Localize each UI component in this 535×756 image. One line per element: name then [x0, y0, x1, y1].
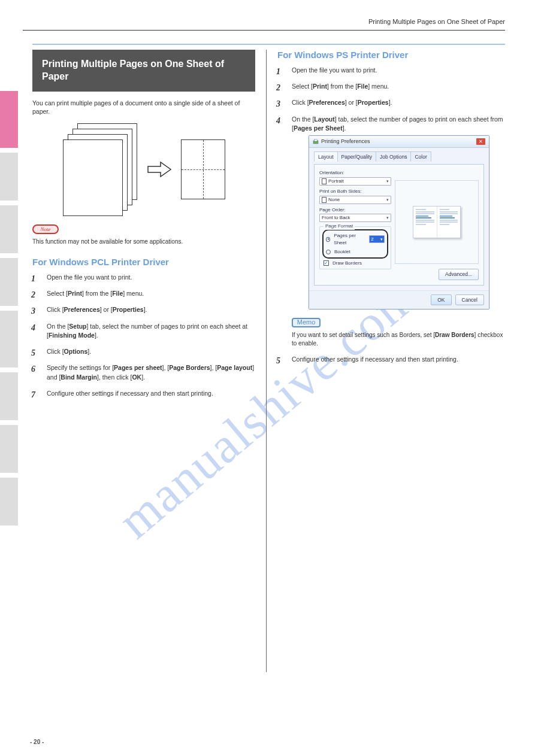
right-column: For Windows PS Printer Driver Open the f…	[277, 50, 505, 672]
tab-paper-quality[interactable]: Paper/Quality	[337, 151, 377, 162]
memo-text: If you want to set detail settings such …	[292, 331, 505, 348]
step: Select [Print] from the [File] menu.	[288, 82, 505, 91]
step: Select [Print] from the [File] menu.	[43, 289, 255, 298]
close-button[interactable]: ✕	[476, 138, 485, 145]
svg-rect-1	[315, 139, 318, 141]
arrow-right-icon	[147, 161, 171, 178]
column-divider	[266, 50, 267, 672]
dialog-titlebar: Printing Preferences ✕	[309, 136, 489, 148]
chevron-down-icon: ▾	[386, 215, 389, 221]
page-header: Printing Multiple Pages on One Sheet of …	[12, 18, 505, 30]
note-badge: Note	[32, 224, 59, 234]
chevron-down-icon: ▾	[380, 236, 383, 242]
dialog-tabs: Layout Paper/Quality Job Options Color	[314, 151, 484, 162]
pcl-steps: Open the file you want to print. Select …	[43, 273, 255, 398]
left-column: Printing Multiple Pages on One Sheet of …	[32, 50, 255, 672]
pages-per-sheet-select[interactable]: 2 ▾	[369, 235, 385, 243]
page-format-label: Page Format	[324, 223, 355, 230]
orientation-label: Orientation:	[319, 169, 391, 177]
ps-steps: Open the file you want to print. Select …	[288, 66, 505, 364]
divider	[23, 30, 505, 31]
booklet-label: Booklet	[334, 248, 350, 256]
tab-layout[interactable]: Layout	[314, 151, 338, 162]
step: Specify the settings for [Pages per shee…	[43, 363, 255, 381]
tab-job-options[interactable]: Job Options	[376, 151, 411, 162]
intro-text: You can print multiple pages of a docume…	[32, 99, 255, 116]
step: Configure other settings if necessary an…	[43, 389, 255, 398]
printing-preferences-dialog: Printing Preferences ✕ Layout Paper/Qual…	[309, 135, 489, 309]
sheet-stack-icon	[63, 123, 138, 216]
section-rule	[32, 44, 505, 45]
draw-borders-checkbox[interactable]: ✓	[324, 260, 329, 266]
section-heading: Printing Multiple Pages on One Sheet of …	[32, 50, 255, 92]
step: Click [Preferences] or [Properties].	[288, 98, 505, 107]
four-up-sheet-icon	[181, 139, 225, 199]
step: On the [Layout] tab, select the number o…	[288, 115, 505, 348]
both-sides-select[interactable]: None ▾	[319, 196, 391, 204]
step: On the [Setup] tab, select the number of…	[43, 322, 255, 340]
ok-button[interactable]: OK	[431, 294, 451, 305]
tab-color[interactable]: Color	[410, 151, 431, 162]
step: Configure other settings if necessary an…	[288, 355, 505, 364]
step: Open the file you want to print.	[43, 273, 255, 282]
pages-per-sheet-label: Pages per Sheet	[334, 232, 365, 246]
radio-pages-per-sheet[interactable]	[326, 237, 330, 242]
callout-ring: Pages per Sheet 2 ▾	[322, 229, 388, 259]
page-number: - 20 -	[30, 739, 44, 745]
section-title: Printing Multiple Pages on One Sheet of …	[42, 58, 246, 83]
draw-borders-label: Draw Borders	[333, 260, 362, 267]
subhead-pcl: For Windows PCL Printer Driver	[32, 257, 255, 267]
cancel-button[interactable]: Cancel	[455, 294, 484, 305]
step: Click [Options].	[43, 347, 255, 356]
memo-badge: Memo	[292, 318, 321, 327]
subhead-ps: For Windows PS Printer Driver	[277, 50, 505, 60]
chevron-down-icon: ▾	[386, 197, 389, 203]
radio-booklet[interactable]	[326, 250, 331, 254]
page-footer: - 20 -	[30, 739, 505, 745]
orientation-select[interactable]: Portrait ▾	[319, 177, 391, 186]
advanced-button[interactable]: Advanced...	[439, 269, 479, 280]
step: Open the file you want to print.	[288, 66, 505, 75]
diagram	[32, 123, 255, 216]
printer-icon	[313, 139, 319, 145]
dialog-title: Printing Preferences	[321, 138, 370, 145]
page-order-label: Page Order:	[319, 207, 391, 214]
page-order-select[interactable]: Front to Back ▾	[319, 214, 391, 222]
chevron-down-icon: ▾	[386, 178, 389, 184]
layout-preview	[395, 180, 479, 264]
step: Click [Preferences] or [Properties].	[43, 305, 255, 314]
note-text: This function may not be available for s…	[32, 238, 255, 246]
both-sides-label: Print on Both Sides:	[319, 188, 391, 195]
